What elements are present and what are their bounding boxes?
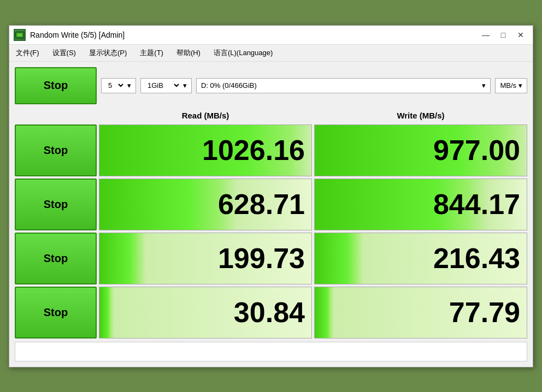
- menu-help[interactable]: 帮助(H): [174, 47, 203, 59]
- main-window: Random Write (5/5) [Admin] — □ ✕ 文件(F) 设…: [9, 25, 533, 367]
- menu-display[interactable]: 显示状态(P): [87, 47, 129, 59]
- read-cell-0: 1026.16: [99, 124, 312, 176]
- app-icon: [14, 29, 26, 41]
- data-rows: Stop 1026.16 977.00 Stop 628.71 844.17: [15, 124, 527, 338]
- svg-rect-2: [17, 34, 22, 36]
- main-content: Stop 123510 ▾ 512MiB1GiB2GiB4GiB ▾ D: 0%…: [9, 62, 533, 367]
- disk-chevron-icon: ▾: [482, 81, 486, 90]
- stop-button-2[interactable]: Stop: [15, 233, 97, 284]
- runs-select[interactable]: 123510: [106, 81, 125, 90]
- status-bar: [15, 342, 527, 361]
- write-cell-0: 977.00: [314, 124, 527, 176]
- table-headers: Read (MB/s) Write (MB/s): [15, 109, 527, 122]
- read-value-0: 1026.16: [202, 134, 305, 167]
- read-value-3: 30.84: [234, 296, 305, 329]
- stop-button-0[interactable]: Stop: [15, 124, 97, 176]
- menu-language[interactable]: 语言(L)(Language): [211, 47, 275, 59]
- read-cell-1: 628.71: [99, 179, 312, 230]
- header-empty: [15, 109, 97, 122]
- runs-dropdown[interactable]: 123510 ▾: [101, 78, 136, 93]
- header-read: Read (MB/s): [99, 109, 312, 122]
- window-title: Random Write (5/5) [Admin]: [30, 31, 478, 39]
- main-stop-button[interactable]: Stop: [15, 67, 97, 104]
- unit-chevron-icon: ▾: [519, 81, 522, 90]
- menu-bar: 文件(F) 设置(S) 显示状态(P) 主题(T) 帮助(H) 语言(L)(La…: [9, 45, 533, 62]
- write-value-0: 977.00: [433, 134, 520, 167]
- disk-label: D: 0% (0/466GiB): [201, 81, 257, 90]
- size-dropdown[interactable]: 512MiB1GiB2GiB4GiB ▾: [140, 78, 192, 93]
- maximize-button[interactable]: □: [496, 29, 511, 41]
- write-value-2: 216.43: [433, 242, 520, 275]
- menu-settings[interactable]: 设置(S): [50, 47, 78, 59]
- runs-chevron-icon: ▾: [127, 81, 131, 90]
- read-cell-3: 30.84: [99, 287, 312, 338]
- size-select[interactable]: 512MiB1GiB2GiB4GiB: [145, 81, 181, 90]
- read-value-2: 199.73: [218, 242, 305, 275]
- disk-dropdown[interactable]: D: 0% (0/466GiB) ▾: [196, 78, 491, 93]
- close-button[interactable]: ✕: [513, 29, 528, 41]
- size-chevron-icon: ▾: [183, 81, 187, 90]
- read-value-1: 628.71: [218, 188, 305, 221]
- table-row: Stop 30.84 77.79: [15, 287, 527, 338]
- toolbar: Stop 123510 ▾ 512MiB1GiB2GiB4GiB ▾ D: 0%…: [15, 67, 527, 104]
- table-row: Stop 628.71 844.17: [15, 179, 527, 230]
- header-write: Write (MB/s): [314, 109, 527, 122]
- write-cell-1: 844.17: [314, 179, 527, 230]
- stop-button-1[interactable]: Stop: [15, 179, 97, 230]
- stop-button-3[interactable]: Stop: [15, 287, 97, 338]
- write-value-1: 844.17: [433, 188, 520, 221]
- write-cell-3: 77.79: [314, 287, 527, 338]
- unit-dropdown[interactable]: MB/s ▾: [495, 78, 527, 93]
- title-bar: Random Write (5/5) [Admin] — □ ✕: [9, 26, 533, 45]
- table-row: Stop 1026.16 977.00: [15, 124, 527, 176]
- write-value-3: 77.79: [449, 296, 520, 329]
- menu-theme[interactable]: 主题(T): [138, 47, 166, 59]
- read-cell-2: 199.73: [99, 233, 312, 284]
- write-cell-2: 216.43: [314, 233, 527, 284]
- unit-label: MB/s: [500, 81, 516, 90]
- window-controls: — □ ✕: [478, 29, 528, 41]
- menu-file[interactable]: 文件(F): [14, 47, 42, 59]
- minimize-button[interactable]: —: [478, 29, 493, 41]
- table-row: Stop 199.73 216.43: [15, 233, 527, 284]
